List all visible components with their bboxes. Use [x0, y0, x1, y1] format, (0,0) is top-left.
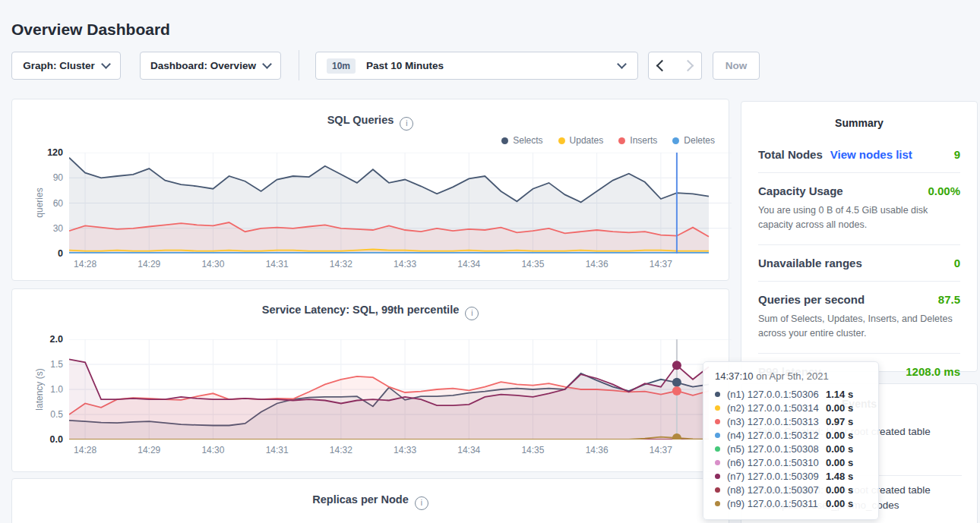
- y-axis-tick: 60: [33, 198, 63, 209]
- x-axis-tick: 14:33: [387, 259, 423, 269]
- summary-row-label: Queries per second: [758, 293, 865, 306]
- x-axis-tick: 14:30: [194, 445, 231, 455]
- now-button[interactable]: Now: [713, 52, 760, 80]
- tooltip-timestamp: 14:37:10 on Apr 5th, 2021: [715, 370, 867, 382]
- node-address: (n7) 127.0.0.1:50309: [727, 471, 826, 482]
- y-axis-tick: 0: [33, 248, 63, 259]
- x-axis-tick: 14:36: [579, 445, 615, 455]
- summary-row-capacity-usage: Capacity Usage 0.00% You are using 0 B o…: [758, 173, 960, 245]
- time-prev-button[interactable]: [648, 52, 675, 80]
- tooltip-node-row: (n9) 127.0.0.1:503110.00 s: [715, 496, 867, 510]
- chevron-down-icon: [617, 59, 627, 69]
- node-address: (n6) 127.0.0.1:50310: [727, 457, 826, 468]
- legend-label: Updates: [570, 135, 604, 146]
- legend-label: Inserts: [630, 135, 657, 146]
- dashboard-dropdown[interactable]: Dashboard: Overview: [140, 52, 281, 80]
- sql-queries-chart-card: SQL Queriesi SelectsUpdatesInsertsDelete…: [11, 99, 729, 281]
- service-latency-chart-card: Service Latency: SQL, 99th percentilei l…: [11, 288, 729, 472]
- summary-row-label: Total Nodes: [758, 148, 823, 161]
- summary-row-label: Unavailable ranges: [758, 257, 862, 269]
- sql-queries-plot[interactable]: [69, 153, 732, 254]
- summary-row-unavailable-ranges: Unavailable ranges 0: [758, 245, 960, 282]
- y-axis-tick: 1.5: [33, 359, 63, 370]
- x-axis-tick: 14:32: [323, 445, 359, 455]
- node-address: (n8) 127.0.0.1:50307: [727, 484, 826, 496]
- x-axis-tick: 14:36: [579, 259, 615, 269]
- time-range-badge: 10m: [327, 58, 356, 74]
- node-latency-value: 0.00 s: [826, 443, 853, 455]
- node-color-dot-icon: [715, 419, 720, 424]
- x-axis-tick: 14:34: [450, 445, 487, 455]
- node-color-dot-icon: [715, 501, 720, 506]
- node-color-dot-icon: [715, 446, 720, 452]
- summary-row-queries-per-second: Queries per second 87.5 Sum of Selects, …: [758, 282, 960, 354]
- tooltip-node-row: (n4) 127.0.0.1:503120.00 s: [715, 428, 867, 442]
- chart-title-text: Service Latency: SQL, 99th percentile: [262, 304, 460, 316]
- chart-title-text: SQL Queries: [327, 114, 394, 126]
- node-latency-value: 0.00 s: [826, 498, 853, 509]
- x-axis-tick: 14:37: [643, 445, 679, 455]
- summary-row-value: 87.5: [938, 293, 960, 306]
- node-color-dot-icon: [715, 460, 720, 465]
- x-axis-tick: 14:33: [387, 445, 423, 455]
- summary-row-description: Sum of Selects, Updates, Inserts, and De…: [758, 312, 960, 342]
- tooltip-node-row: (n5) 127.0.0.1:503080.00 s: [715, 442, 867, 455]
- legend-item[interactable]: Updates: [558, 135, 604, 146]
- summary-row-total-nodes: Total Nodes View nodes list 9: [758, 137, 960, 173]
- legend-dot-icon: [618, 137, 625, 144]
- x-axis-tick: 14:32: [323, 259, 359, 269]
- x-axis-tick: 14:31: [259, 445, 296, 455]
- node-address: (n9) 127.0.0.1:50311: [727, 498, 826, 509]
- info-icon[interactable]: i: [400, 117, 413, 131]
- chart-hover-tooltip: 14:37:10 on Apr 5th, 2021 (n1) 127.0.0.1…: [703, 361, 879, 520]
- legend-label: Deletes: [684, 135, 715, 146]
- toolbar-divider: [299, 50, 299, 80]
- x-axis-tick: 14:31: [259, 259, 296, 269]
- summary-row-value: 1208.0 ms: [906, 365, 960, 378]
- node-address: (n3) 127.0.0.1:50313: [727, 416, 826, 427]
- legend-dot-icon: [501, 137, 508, 144]
- legend-dot-icon: [672, 137, 679, 144]
- node-color-dot-icon: [715, 405, 720, 411]
- node-latency-value: 0.97 s: [826, 416, 853, 427]
- legend-dot-icon: [558, 137, 565, 144]
- tooltip-date: on Apr 5th, 2021: [756, 370, 828, 382]
- now-button-label: Now: [726, 60, 748, 71]
- x-axis-tick: 14:28: [67, 445, 103, 455]
- node-color-dot-icon: [715, 474, 720, 479]
- legend-item[interactable]: Inserts: [618, 135, 657, 146]
- x-axis-tick: 14:37: [643, 259, 679, 269]
- graph-dropdown-label: Graph: Cluster: [23, 60, 95, 71]
- node-address: (n1) 127.0.0.1:50306: [727, 389, 826, 400]
- summary-panel: Summary Total Nodes View nodes list 9 Ca…: [741, 101, 978, 372]
- node-latency-value: 0.00 s: [826, 457, 853, 468]
- node-address: (n2) 127.0.0.1:50314: [727, 402, 826, 414]
- legend-item[interactable]: Deletes: [672, 135, 715, 146]
- view-nodes-list-link[interactable]: View nodes list: [830, 148, 912, 161]
- service-latency-plot[interactable]: [69, 339, 732, 440]
- summary-row-label: Capacity Usage: [758, 184, 843, 197]
- y-axis-tick: 120: [33, 147, 63, 158]
- node-color-dot-icon: [715, 487, 720, 493]
- chart-title: Replicas per Nodei: [12, 493, 729, 510]
- x-axis-tick: 14:35: [514, 445, 551, 455]
- chevron-right-icon: [682, 60, 694, 72]
- y-axis-tick: 1.0: [33, 384, 63, 395]
- chart-title-text: Replicas per Node: [312, 493, 409, 506]
- time-next-button[interactable]: [675, 52, 702, 80]
- x-axis-tick: 14:28: [67, 259, 103, 269]
- chevron-down-icon: [101, 59, 111, 69]
- chevron-down-icon: [262, 59, 272, 69]
- x-axis-tick: 14:29: [131, 259, 167, 269]
- graph-dropdown[interactable]: Graph: Cluster: [11, 52, 121, 80]
- chevron-left-icon: [656, 60, 668, 72]
- tooltip-time: 14:37:10: [715, 370, 754, 382]
- summary-row-description: You are using 0 B of 4.5 GiB usable disk…: [758, 203, 960, 233]
- node-latency-value: 0.00 s: [826, 402, 853, 414]
- time-range-dropdown[interactable]: 10m Past 10 Minutes: [315, 52, 638, 80]
- legend-item[interactable]: Selects: [501, 135, 542, 146]
- node-address: (n4) 127.0.0.1:50312: [727, 430, 826, 441]
- info-icon[interactable]: i: [415, 496, 428, 510]
- summary-row-value: 0.00%: [928, 184, 960, 197]
- info-icon[interactable]: i: [465, 307, 479, 320]
